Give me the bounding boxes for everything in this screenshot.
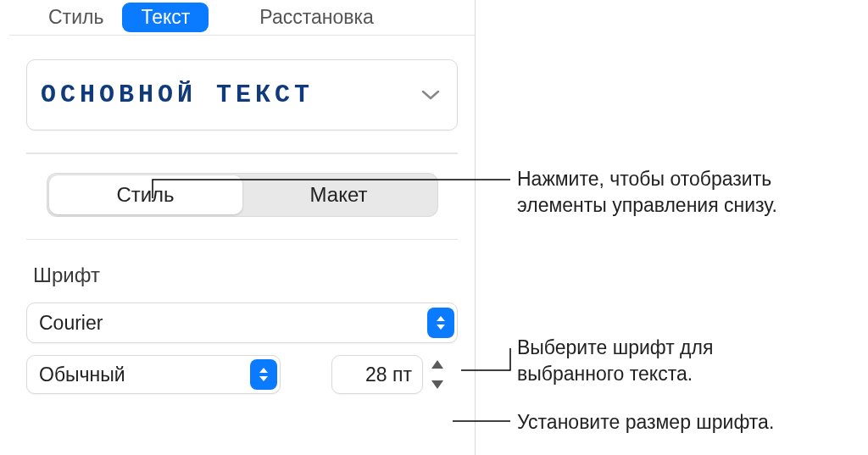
chevron-down-icon: [421, 89, 440, 101]
tab-text[interactable]: Текст: [122, 3, 209, 32]
callout-text-1: Нажмите, чтобы отобразитьэлементы управл…: [517, 166, 777, 219]
tab-style[interactable]: Стиль: [30, 3, 122, 32]
divider: [26, 153, 458, 154]
callout-text-3: Установите размер шрифта.: [517, 409, 774, 436]
paragraph-style-dropdown[interactable]: ОСНОВНОЙ ТЕКСТ: [26, 59, 458, 130]
font-size-stepper: [428, 357, 447, 392]
divider: [26, 239, 458, 241]
paragraph-style-label: ОСНОВНОЙ ТЕКСТ: [41, 80, 314, 109]
style-layout-segmented: Стиль Макет: [47, 173, 438, 217]
format-inspector-panel: Стиль Текст Расстановка ОСНОВНОЙ ТЕКСТ С…: [9, 0, 476, 455]
font-weight-dropdown[interactable]: Обычный: [26, 355, 281, 394]
font-size-increase[interactable]: [428, 357, 447, 372]
font-section-heading: Шрифт: [33, 264, 475, 287]
updown-icon: [250, 359, 277, 390]
font-row-2: Обычный 28 пт: [26, 355, 458, 394]
font-family-dropdown[interactable]: Courier: [26, 302, 458, 343]
callout-text-2: Выберите шрифт длявыбранного текста.: [517, 335, 713, 387]
segment-style[interactable]: Стиль: [49, 175, 242, 214]
segment-layout[interactable]: Макет: [242, 175, 436, 214]
font-weight-value: Обычный: [39, 363, 125, 386]
updown-icon: [427, 308, 454, 338]
tab-arrangement[interactable]: Расстановка: [241, 3, 392, 32]
font-family-value: Courier: [39, 312, 103, 335]
font-size-decrease[interactable]: [428, 377, 447, 392]
top-tabs: Стиль Текст Расстановка: [9, 0, 475, 36]
segmented-row: Стиль Макет: [9, 173, 475, 217]
font-size-group: 28 пт: [331, 355, 447, 394]
font-size-field[interactable]: 28 пт: [331, 355, 423, 394]
